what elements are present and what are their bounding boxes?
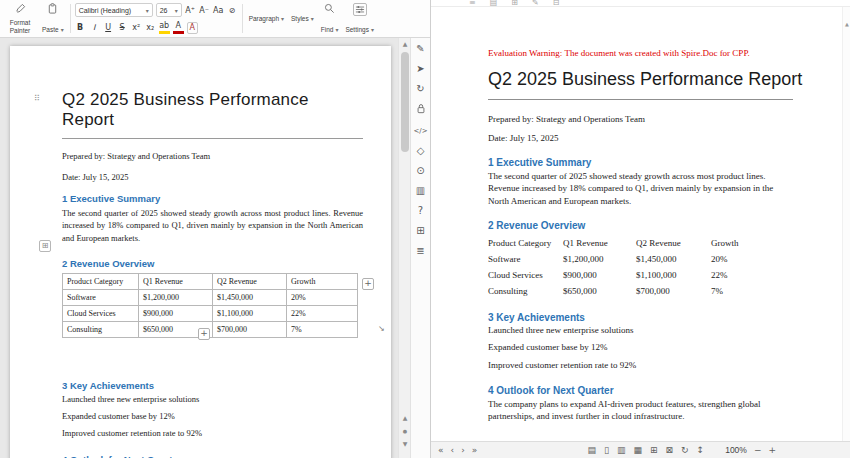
- double-page-icon[interactable]: ▥: [617, 443, 626, 458]
- font-name-select[interactable]: Calibri (Heading): [75, 3, 153, 17]
- rotate-view-icon[interactable]: ↻: [681, 443, 689, 458]
- zoom-in-icon[interactable]: +: [768, 443, 776, 458]
- continuous-view-icon[interactable]: ▦: [633, 443, 642, 458]
- table-cell: 7%: [711, 283, 791, 299]
- scroll-up-icon[interactable]: ▲: [843, 21, 850, 27]
- table-row[interactable]: Consulting $650,000 $700,000 7%: [63, 322, 358, 338]
- revenue-table[interactable]: Product Category Q1 Revenue Q2 Revenue G…: [62, 273, 358, 338]
- table-cell[interactable]: $700,000: [213, 322, 287, 338]
- section-1-body[interactable]: The second quarter of 2025 showed steady…: [62, 207, 363, 244]
- achievement-line[interactable]: Expanded customer base by 12%: [62, 411, 363, 423]
- single-page-icon[interactable]: ▯: [604, 443, 609, 458]
- format-painter-icon: [15, 3, 26, 14]
- preview-achievement-line: Improved customer retention rate to 92%: [488, 360, 793, 372]
- add-column-button[interactable]: +: [362, 278, 374, 290]
- prepared-by-line[interactable]: Prepared by: Strategy and Operations Tea…: [62, 151, 363, 162]
- font-size-select[interactable]: 26: [156, 3, 182, 17]
- table-cell[interactable]: $900,000: [139, 306, 213, 322]
- menu-icon[interactable]: ≡: [469, 0, 476, 6]
- table-header-row[interactable]: Product Category Q1 Revenue Q2 Revenue G…: [63, 274, 358, 290]
- table-cell[interactable]: $1,200,000: [139, 290, 213, 306]
- document-title[interactable]: Q2 2025 Business Performance Report: [62, 90, 363, 139]
- preview-scrollbar[interactable]: ▲: [842, 7, 850, 441]
- table-cell[interactable]: Software: [63, 290, 139, 306]
- table-cell[interactable]: Consulting: [63, 322, 139, 338]
- edit-icon[interactable]: ✎: [416, 43, 424, 55]
- format-painter-button[interactable]: Format Painter: [3, 2, 37, 35]
- bold-icon[interactable]: B: [75, 21, 86, 34]
- help-icon[interactable]: ?: [418, 205, 423, 217]
- table-header-cell[interactable]: Product Category: [63, 274, 139, 290]
- edit-icon[interactable]: ✎: [532, 0, 539, 6]
- italic-icon[interactable]: I: [89, 21, 100, 34]
- zoom-level[interactable]: 100%: [725, 445, 747, 455]
- strikethrough-icon[interactable]: S: [117, 21, 128, 34]
- chart-icon[interactable]: ▥: [416, 185, 425, 197]
- subscript-icon[interactable]: x₂: [145, 21, 156, 34]
- thumbnails-icon[interactable]: ▤: [587, 443, 596, 458]
- decrease-font-icon[interactable]: A⁻: [199, 4, 210, 17]
- section-2-heading[interactable]: 2 Revenue Overview: [62, 258, 363, 269]
- list-icon[interactable]: ≣: [416, 245, 424, 257]
- add-row-button[interactable]: +: [198, 328, 210, 340]
- table-resize-handle-icon[interactable]: ↘: [378, 324, 385, 333]
- first-page-icon[interactable]: «: [438, 443, 444, 458]
- lock-icon[interactable]: [416, 103, 426, 117]
- grid-icon[interactable]: ⊞: [511, 0, 518, 6]
- table-cell[interactable]: Cloud Services: [63, 306, 139, 322]
- page-icon[interactable]: ▤: [490, 0, 498, 6]
- section-4-heading[interactable]: 4 Outlook for Next Quarter: [62, 454, 363, 458]
- table-cell[interactable]: $1,450,000: [213, 290, 287, 306]
- table-header-cell[interactable]: Q1 Revenue: [139, 274, 213, 290]
- shapes-icon[interactable]: ◇: [417, 145, 425, 157]
- apps-icon[interactable]: ⊞: [416, 225, 424, 237]
- table-row[interactable]: Software $1,200,000 $1,450,000 20%: [63, 290, 358, 306]
- print-icon[interactable]: ⊟: [553, 0, 560, 6]
- section-1-heading[interactable]: 1 Executive Summary: [62, 193, 363, 204]
- font-color-icon[interactable]: A: [173, 21, 184, 34]
- text-box-icon[interactable]: A: [187, 22, 198, 34]
- table-cell[interactable]: 20%: [287, 290, 358, 306]
- date-line[interactable]: Date: July 15, 2025: [62, 172, 363, 183]
- last-page-icon[interactable]: »: [472, 443, 478, 458]
- zoom-out-icon[interactable]: −: [754, 443, 762, 458]
- table-header-cell[interactable]: Growth: [287, 274, 358, 290]
- achievement-line[interactable]: Launched three new enterprise solutions: [62, 394, 363, 406]
- table-cell[interactable]: 22%: [287, 306, 358, 322]
- code-icon[interactable]: </>: [413, 125, 427, 137]
- next-page-icon[interactable]: ›: [461, 443, 465, 458]
- history-icon[interactable]: ⊙: [416, 165, 424, 177]
- editor-scrollbar[interactable]: ▲ ▲ ● ▼: [398, 38, 410, 458]
- clear-style-icon[interactable]: ⊘: [227, 4, 238, 17]
- format-painter-label: Format Painter: [5, 19, 35, 34]
- styles-button[interactable]: Styles: [289, 2, 316, 35]
- paragraph-drag-handle-icon[interactable]: ⠿: [34, 94, 40, 103]
- document-page[interactable]: Q2 2025 Business Performance Report Prep…: [10, 46, 391, 458]
- change-case-icon[interactable]: Aa: [213, 4, 224, 17]
- table-row[interactable]: Cloud Services $900,000 $1,100,000 22%: [63, 306, 358, 322]
- highlight-color-icon[interactable]: ab: [159, 21, 170, 34]
- document-canvas[interactable]: Q2 2025 Business Performance Report Prep…: [0, 38, 398, 458]
- prev-page-icon[interactable]: ‹: [451, 443, 455, 458]
- full-screen-icon[interactable]: ↕: [697, 443, 705, 458]
- table-cell[interactable]: 7%: [287, 322, 358, 338]
- find-button[interactable]: Find: [319, 2, 341, 35]
- table-header-cell[interactable]: Q2 Revenue: [213, 274, 287, 290]
- achievement-line[interactable]: Improved customer retention rate to 92%: [62, 428, 363, 440]
- table-select-handle-icon[interactable]: ⊞: [39, 240, 51, 252]
- paragraph-button[interactable]: Paragraph: [247, 2, 286, 35]
- select-icon[interactable]: ➤: [416, 63, 424, 75]
- increase-font-icon[interactable]: A⁺: [185, 4, 196, 17]
- fit-width-icon[interactable]: ⊠: [666, 443, 674, 458]
- section-3-heading[interactable]: 3 Key Achievements: [62, 380, 363, 391]
- settings-button[interactable]: Settings: [343, 2, 376, 35]
- underline-icon[interactable]: U: [103, 21, 114, 34]
- table-cell: 22%: [711, 267, 791, 283]
- fit-page-icon[interactable]: ⊞: [650, 443, 658, 458]
- paste-button[interactable]: Paste: [40, 2, 66, 35]
- table-cell[interactable]: $1,100,000: [213, 306, 287, 322]
- table-row: Consulting $650,000 $700,000 7%: [488, 283, 791, 299]
- scrollbar-thumb[interactable]: [401, 52, 409, 152]
- rotate-icon[interactable]: ↻: [416, 83, 424, 95]
- superscript-icon[interactable]: x²: [131, 21, 142, 34]
